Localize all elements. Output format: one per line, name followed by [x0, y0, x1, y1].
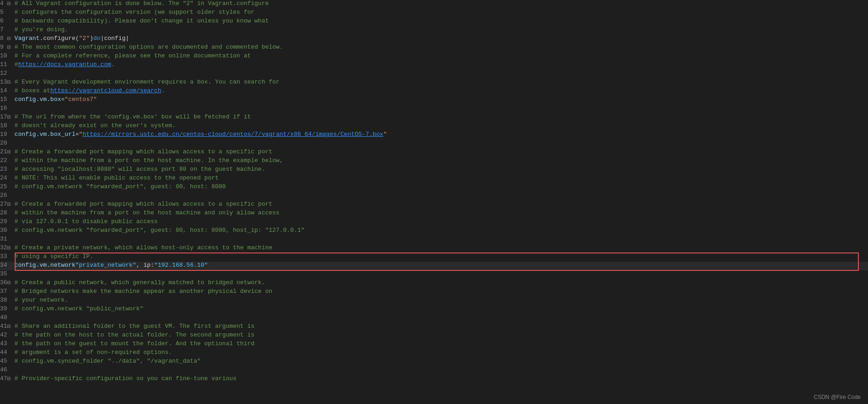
token-url[interactable]: https://mirrors.ustc.edu.cn/centos-cloud… — [83, 131, 383, 140]
token-comment: # Create a public network, which general… — [15, 279, 265, 288]
fold-icon[interactable]: ⊟ — [7, 44, 15, 52]
token-string: "2" — [79, 35, 90, 44]
code-line: # Provider-specific configuration so you… — [15, 375, 868, 384]
token-comment: # — [15, 61, 18, 70]
line-num: 25 — [0, 183, 7, 192]
line-num: 30 — [0, 227, 7, 236]
fold-icon[interactable]: ⊟ — [7, 113, 15, 122]
fold-placeholder — [7, 183, 15, 192]
line-num: 43 — [0, 340, 7, 349]
line-num: 11 — [0, 61, 7, 70]
fold-icon[interactable]: ⊟ — [7, 201, 15, 209]
code-line: # config.vm.network "public_network" — [15, 305, 868, 314]
fold-placeholder — [7, 331, 15, 340]
fold-placeholder — [7, 297, 15, 305]
fold-placeholder — [7, 305, 15, 314]
token-url[interactable]: https://docs.vagrantup.com — [18, 61, 111, 70]
code-line: # config.vm.synced_folder "../data", "/v… — [15, 358, 868, 366]
line-num: 44 — [0, 349, 7, 358]
code-line: # Bridged networks make the machine appe… — [15, 288, 868, 297]
line-num: 15 — [0, 96, 7, 105]
token-comment: # the path on the guest to mount the fol… — [15, 340, 255, 349]
fold-icon[interactable]: ⊟ — [7, 148, 15, 157]
line-num: 28 — [0, 209, 7, 218]
fold-placeholder — [7, 9, 15, 17]
code-line: # Every Vagrant development environment … — [15, 79, 868, 87]
token-variable: config.vm.box — [15, 96, 61, 105]
line-num: 7 — [0, 26, 7, 35]
line-num: 46 — [0, 366, 7, 375]
token-comment: # config.vm.network "forwarded_port", gu… — [15, 183, 226, 192]
fold-icon[interactable]: ⊟ — [7, 244, 15, 253]
token-url[interactable]: https://vagrantcloud.com/search — [50, 87, 162, 96]
line-num: 17 — [0, 113, 7, 122]
token-comment: # The most common configuration options … — [15, 44, 283, 52]
line-num: 20 — [0, 140, 7, 148]
token-plain: = — [75, 131, 79, 140]
token-comment: # NOTE: This will enable public access t… — [15, 174, 219, 183]
code-line — [15, 105, 868, 113]
fold-placeholder — [7, 340, 15, 349]
token-comment: # argument is a set of non-required opti… — [15, 349, 172, 358]
token-comment: . — [111, 61, 115, 70]
code-column: # All Vagrant configuration is done belo… — [15, 0, 868, 404]
token-comment: # For a complete reference, please see t… — [15, 52, 251, 61]
code-line: # Create a public network, which general… — [15, 279, 868, 288]
token-string: " — [79, 131, 83, 140]
token-comment: # your network. — [15, 297, 68, 305]
fold-placeholder — [7, 270, 15, 279]
fold-placeholder — [7, 358, 15, 366]
fold-icon[interactable]: ⊟ — [7, 279, 15, 288]
line-num: 8 — [0, 35, 7, 44]
token-plain: |config| — [101, 35, 129, 44]
code-line: # via 127.0.0.1 to disable public access — [15, 218, 868, 227]
token-comment: # the path on the host to the actual fol… — [15, 331, 255, 340]
fold-icon[interactable]: ⊟ — [7, 375, 15, 384]
line-num: 41 — [0, 323, 7, 331]
fold-placeholder — [7, 70, 15, 79]
fold-placeholder — [7, 17, 15, 26]
fold-icon[interactable]: ⊟ — [7, 323, 15, 331]
line-num: 38 — [0, 297, 7, 305]
line-num: 24 — [0, 174, 7, 183]
code-line: # accessing "localhost:8080" will access… — [15, 166, 868, 174]
code-line: # argument is a set of non-required opti… — [15, 349, 868, 358]
line-num: 13 — [0, 79, 7, 87]
code-line: # Create a forwarded port mapping which … — [15, 201, 868, 209]
token-variable: Vagrant — [15, 35, 40, 44]
token-comment: # within the machine from a port on the … — [15, 209, 280, 218]
token-comment: # The url from where the 'config.vm.box'… — [15, 113, 251, 122]
code-line — [15, 140, 868, 148]
editor-container: 4567891011121314151617181920212223242526… — [0, 0, 868, 404]
fold-placeholder — [7, 236, 15, 244]
code-line — [15, 192, 868, 201]
code-line: # within the machine from a port on the … — [15, 157, 868, 166]
token-comment: # Every Vagrant development environment … — [15, 79, 280, 87]
line-num: 47 — [0, 375, 7, 384]
fold-icon[interactable]: ⊟ — [7, 35, 15, 44]
code-line — [15, 236, 868, 244]
token-plain: ) — [90, 35, 93, 44]
token-comment: # within the machine from a port on the … — [15, 157, 283, 166]
token-keyword: do — [93, 35, 101, 44]
watermark: CSDN @Fire Code — [814, 394, 861, 400]
line-num: 23 — [0, 166, 7, 174]
token-comment: # Provider-specific configuration so you… — [15, 375, 237, 384]
code-line — [15, 314, 868, 323]
fold-placeholder — [7, 349, 15, 358]
fold-icon[interactable]: ⊟ — [7, 0, 15, 9]
line-num: 14 — [0, 87, 7, 96]
fold-placeholder — [7, 26, 15, 35]
line-num: 39 — [0, 305, 7, 314]
token-comment: # All Vagrant configuration is done belo… — [15, 0, 269, 9]
line-num: 9 — [0, 44, 7, 52]
line-num: 34 — [0, 262, 7, 270]
code-line — [15, 70, 868, 79]
code-line: config.vm.box_url = "https://mirrors.ust… — [15, 131, 868, 140]
token-comment: # doesn't already exist on the user's sy… — [15, 122, 176, 131]
line-num: 26 — [0, 192, 7, 201]
fold-icon[interactable]: ⊟ — [7, 79, 15, 87]
token-plain: .configure( — [39, 35, 79, 44]
token-comment: # Create a forwarded port mapping which … — [15, 201, 273, 209]
code-line: # The most common configuration options … — [15, 44, 868, 52]
